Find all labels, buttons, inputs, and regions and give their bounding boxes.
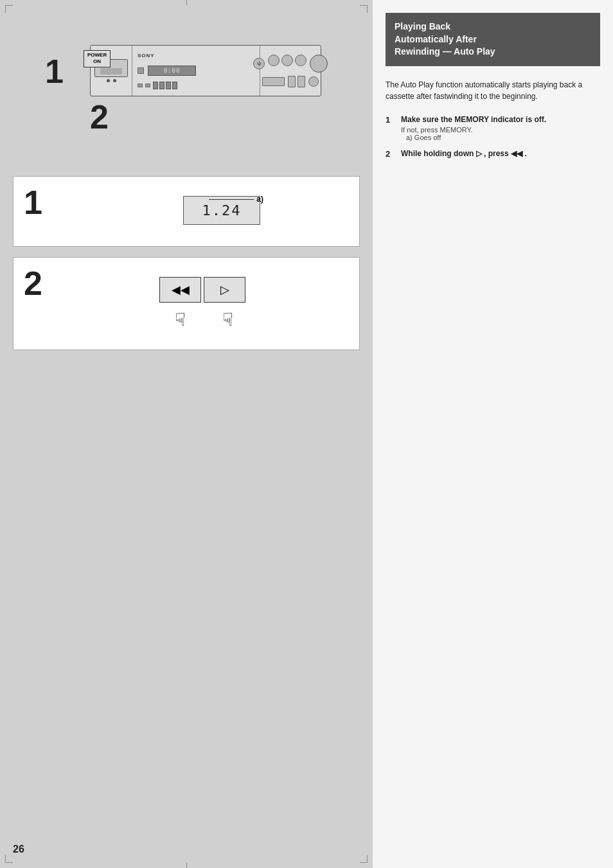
steps-list: 1 Make sure the MEMORY indicator is off.… (386, 115, 600, 160)
small-circle-btns (268, 55, 306, 73)
rect-btn-tall-2 (298, 76, 305, 87)
brand-text: SONY (138, 53, 155, 58)
device-step1-label: 1 (45, 55, 64, 88)
vcr-bottom-row (138, 82, 254, 89)
step-item-1: 1 Make sure the MEMORY indicator is off.… (386, 115, 600, 141)
step-item-2-number: 2 (386, 149, 396, 160)
dot-row (107, 79, 116, 82)
small-circ-btn-side (308, 76, 319, 87)
step-item-2: 2 While holding down ▷ , press ◀◀ . (386, 149, 600, 160)
step2-text-part1: While holding down (401, 149, 474, 158)
power-on-text: POWER ON (84, 50, 111, 67)
vcr-counter-display: 0:00 (148, 66, 196, 76)
dash-btn-1 (138, 84, 143, 87)
step-item-2-content: While holding down ▷ , press ◀◀ . (401, 149, 600, 160)
power-circle-btn: ⏻ (253, 58, 265, 69)
step-item-2-title: While holding down ▷ , press ◀◀ . (401, 149, 600, 158)
device-illustration-section: 1 POWER ON (13, 13, 360, 166)
indicator-line-group: a) (209, 195, 263, 204)
page-container: 1 POWER ON (0, 0, 613, 868)
dot (113, 79, 116, 82)
digit (166, 82, 171, 89)
digit (153, 82, 158, 89)
title-line1: Playing Back (395, 21, 450, 31)
vcr-center-segment: SONY 0:00 (132, 46, 260, 96)
power-label: POWER ON (84, 50, 111, 67)
title-line3: Rewinding — Auto Play (395, 46, 495, 57)
vcr-top-row: SONY (138, 53, 254, 58)
buttons-area: ◀◀ ▷ ☟ ☟ (58, 270, 346, 337)
transport-buttons: ◀◀ ▷ (159, 277, 245, 303)
corner-tl (5, 5, 13, 13)
corner-bl (5, 855, 13, 863)
digit (172, 82, 177, 89)
dash-btn-2 (145, 84, 150, 87)
corner-br (360, 855, 368, 863)
rewind-symbol: ◀◀ (172, 283, 190, 297)
left-panel: 1 POWER ON (0, 0, 373, 868)
step-item-1-title: Make sure the MEMORY indicator is off. (401, 115, 600, 124)
step2-box: 2 ◀◀ ▷ ☟ ☟ (13, 257, 360, 350)
hand-icon-right: ☟ (204, 309, 245, 330)
vcr-counter-text: 0:00 (164, 67, 181, 74)
rewind-button-illus: ◀◀ (159, 277, 201, 303)
step2-sym2: ◀◀ (511, 149, 524, 158)
step-item-1-detail: If not, press MEMORY. (401, 126, 600, 134)
description-text: The Auto Play function automatically sta… (386, 76, 600, 105)
corner-tr (360, 5, 368, 13)
title-text: Playing Back Automatically After Rewindi… (395, 21, 591, 58)
indicator-line (209, 199, 254, 200)
vcr-body: SONY 0:00 (90, 45, 321, 96)
display-with-label: 1.24 a) (183, 196, 260, 225)
rect-btn-wide (262, 77, 285, 86)
circ-btn-2 (281, 55, 293, 66)
rect-btn-tall-1 (288, 76, 296, 87)
step1-box: 1 1.24 a) (13, 176, 360, 247)
main-dial (310, 55, 328, 73)
bottom-spacer (13, 360, 360, 855)
circ-btn-1 (268, 55, 280, 66)
step-item-1-number: 1 (386, 115, 396, 141)
step-item-1-content: Make sure the MEMORY indicator is off. I… (401, 115, 600, 141)
play-button-illus: ▷ (204, 277, 245, 303)
hand-icons: ☟ ☟ (159, 309, 245, 330)
step-item-1-sub: a) Goes off (406, 134, 600, 141)
play-symbol: ▷ (220, 283, 229, 297)
step2-text-end: . (524, 149, 526, 158)
vcr-right-buttons: ⏻ (253, 55, 328, 87)
small-square (138, 67, 144, 74)
step1-box-number: 1 (24, 186, 42, 219)
vcr-illustration: 1 POWER ON (51, 45, 321, 134)
top-buttons-row: ⏻ (253, 55, 328, 73)
vcr-right-segment: ⏻ (260, 46, 321, 96)
title-box: Playing Back Automatically After Rewindi… (386, 13, 600, 66)
counter-display-value: 1.24 (202, 202, 242, 218)
display-row: 0:00 (138, 66, 254, 76)
digit (159, 82, 164, 89)
right-panel: Playing Back Automatically After Rewindi… (373, 0, 613, 868)
power-text-line2: ON (93, 58, 101, 64)
top-center-mark (186, 0, 187, 5)
indicator-label: a) (256, 195, 263, 204)
step2-sym1: ▷ (476, 149, 484, 158)
small-rect-btns (288, 76, 305, 87)
step2-box-number: 2 (24, 267, 42, 300)
title-line2: Automatically After (395, 34, 477, 44)
page-number: 26 (13, 844, 24, 855)
hand-icon-left: ☟ (159, 309, 201, 330)
dot (107, 79, 110, 82)
bottom-buttons-row (262, 76, 319, 87)
power-text-line1: POWER (87, 52, 107, 58)
step2-text-part2: , press (484, 149, 509, 158)
circ-btn-3 (295, 55, 306, 66)
device-step2-label: 2 (90, 100, 321, 134)
bottom-center-mark (186, 863, 187, 868)
digit-display-row (153, 82, 177, 89)
memory-display-area: 1.24 a) (58, 190, 346, 231)
